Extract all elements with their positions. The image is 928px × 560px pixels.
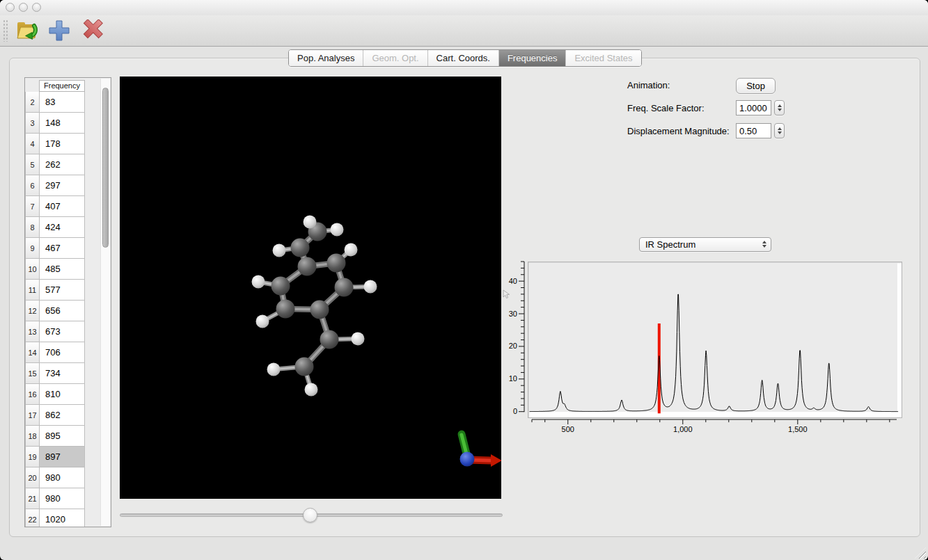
frequency-value[interactable]: 897 bbox=[40, 447, 85, 467]
row-index: 20 bbox=[25, 467, 40, 488]
zoom-button[interactable] bbox=[32, 3, 41, 12]
table-row[interactable]: 6297 bbox=[25, 175, 111, 196]
frequency-value[interactable]: 407 bbox=[40, 196, 85, 217]
atom-C bbox=[272, 277, 290, 296]
table-row[interactable]: 13673 bbox=[25, 321, 111, 342]
table-row[interactable]: 15734 bbox=[25, 363, 111, 384]
open-file-button[interactable] bbox=[14, 18, 40, 43]
atom-H bbox=[345, 243, 358, 257]
frequency-table[interactable]: Frequency 283314841785262629774078424946… bbox=[24, 77, 111, 527]
table-header: Frequency bbox=[25, 80, 111, 92]
slider-thumb[interactable] bbox=[303, 508, 317, 522]
table-row[interactable]: 9467 bbox=[25, 238, 111, 259]
toolbar bbox=[0, 15, 928, 47]
table-row[interactable]: 11577 bbox=[25, 280, 111, 301]
table-row[interactable]: 18895 bbox=[25, 426, 111, 447]
displacement-input[interactable] bbox=[736, 123, 771, 138]
delete-button[interactable] bbox=[78, 18, 104, 43]
x-tick-label: 500 bbox=[562, 425, 574, 433]
frequency-value[interactable]: 148 bbox=[40, 113, 85, 134]
table-row[interactable]: 17862 bbox=[25, 405, 111, 426]
table-row[interactable]: 14706 bbox=[25, 342, 111, 363]
y-tick-label: 40 bbox=[509, 277, 517, 285]
tab-pop-analyses[interactable]: Pop. Analyses bbox=[289, 50, 363, 66]
frequency-value[interactable]: 895 bbox=[40, 426, 85, 447]
spectrum-select[interactable]: IR Spectrum bbox=[639, 237, 771, 252]
add-button[interactable] bbox=[46, 18, 72, 43]
atom-C bbox=[291, 239, 310, 257]
y-tick-label: 0 bbox=[513, 407, 517, 415]
freq-scale-input[interactable] bbox=[736, 100, 771, 115]
frequency-value[interactable]: 178 bbox=[40, 134, 85, 154]
atom-C bbox=[327, 254, 346, 273]
axes-indicator bbox=[460, 434, 502, 467]
frequency-value[interactable]: 673 bbox=[40, 321, 85, 342]
x-icon bbox=[79, 19, 103, 42]
atom-C bbox=[298, 257, 317, 276]
row-index: 10 bbox=[25, 259, 40, 280]
table-row[interactable]: 221020 bbox=[25, 509, 111, 527]
frequency-value[interactable]: 656 bbox=[40, 301, 85, 321]
table-row[interactable]: 283 bbox=[25, 92, 111, 113]
frequency-value[interactable]: 577 bbox=[40, 280, 85, 301]
x-tick-label: 1,500 bbox=[788, 425, 808, 433]
y-tick-label: 10 bbox=[509, 374, 517, 383]
table-row[interactable]: 16810 bbox=[25, 384, 111, 405]
frequency-value[interactable]: 83 bbox=[40, 92, 85, 113]
frequency-value[interactable]: 706 bbox=[40, 342, 85, 363]
table-row[interactable]: 21980 bbox=[25, 488, 111, 509]
frequency-value[interactable]: 424 bbox=[40, 217, 85, 238]
frequency-value[interactable]: 467 bbox=[40, 238, 85, 259]
table-row[interactable]: 19897 bbox=[25, 447, 111, 467]
row-index: 3 bbox=[25, 113, 40, 134]
table-row[interactable]: 4178 bbox=[25, 134, 111, 154]
row-index: 14 bbox=[25, 342, 40, 363]
table-row[interactable]: 3148 bbox=[25, 113, 111, 134]
row-index: 5 bbox=[25, 154, 40, 175]
table-row[interactable]: 12656 bbox=[25, 301, 111, 321]
open-folder-icon bbox=[15, 19, 39, 42]
animation-slider[interactable] bbox=[120, 509, 503, 521]
stepper-up-icon[interactable] bbox=[778, 104, 782, 107]
atom-H bbox=[352, 333, 365, 346]
table-scrollbar[interactable] bbox=[100, 79, 110, 526]
table-row[interactable]: 20980 bbox=[25, 467, 111, 488]
frequency-value[interactable]: 810 bbox=[40, 384, 85, 405]
frequency-value[interactable]: 485 bbox=[40, 259, 85, 280]
table-row[interactable]: 7407 bbox=[25, 196, 111, 217]
frequency-value[interactable]: 734 bbox=[40, 363, 85, 384]
close-button[interactable] bbox=[6, 3, 15, 12]
toolbar-drag-handle[interactable] bbox=[3, 19, 8, 42]
minimize-button[interactable] bbox=[19, 3, 28, 12]
table-row[interactable]: 5262 bbox=[25, 154, 111, 175]
frequency-value[interactable]: 262 bbox=[40, 154, 85, 175]
row-index: 19 bbox=[25, 447, 40, 467]
row-index: 9 bbox=[25, 238, 40, 259]
table-scrollbar-thumb[interactable] bbox=[102, 88, 109, 248]
tab-bar: Pop. AnalysesGeom. Opt.Cart. Coords.Freq… bbox=[288, 49, 642, 67]
frequency-value[interactable]: 1020 bbox=[40, 509, 85, 527]
frequency-value[interactable]: 297 bbox=[40, 175, 85, 196]
freq-scale-stepper[interactable] bbox=[774, 100, 785, 115]
row-index: 12 bbox=[25, 301, 40, 321]
displacement-stepper[interactable] bbox=[774, 123, 785, 138]
frequency-value[interactable]: 980 bbox=[40, 467, 85, 488]
table-row[interactable]: 8424 bbox=[25, 217, 111, 238]
frequency-value[interactable]: 980 bbox=[40, 488, 85, 509]
ir-spectrum-chart[interactable]: 0102030405001,0001,500 bbox=[508, 257, 909, 442]
table-row[interactable]: 10485 bbox=[25, 259, 111, 280]
tab-frequencies[interactable]: Frequencies bbox=[499, 50, 567, 66]
atom-H bbox=[331, 223, 344, 237]
atom-C bbox=[295, 358, 314, 376]
stepper-down-icon[interactable] bbox=[778, 109, 782, 111]
atom-H bbox=[304, 216, 317, 229]
frequency-value[interactable]: 862 bbox=[40, 405, 85, 426]
resize-grip[interactable] bbox=[915, 547, 926, 559]
molecule-viewport-3d[interactable] bbox=[120, 77, 501, 499]
row-index: 11 bbox=[25, 280, 40, 301]
tab-cart-coords[interactable]: Cart. Coords. bbox=[428, 50, 499, 66]
stop-button[interactable]: Stop bbox=[736, 78, 776, 94]
stepper-up-icon[interactable] bbox=[778, 127, 782, 130]
stepper-down-icon[interactable] bbox=[778, 131, 782, 134]
row-index: 6 bbox=[25, 175, 40, 196]
